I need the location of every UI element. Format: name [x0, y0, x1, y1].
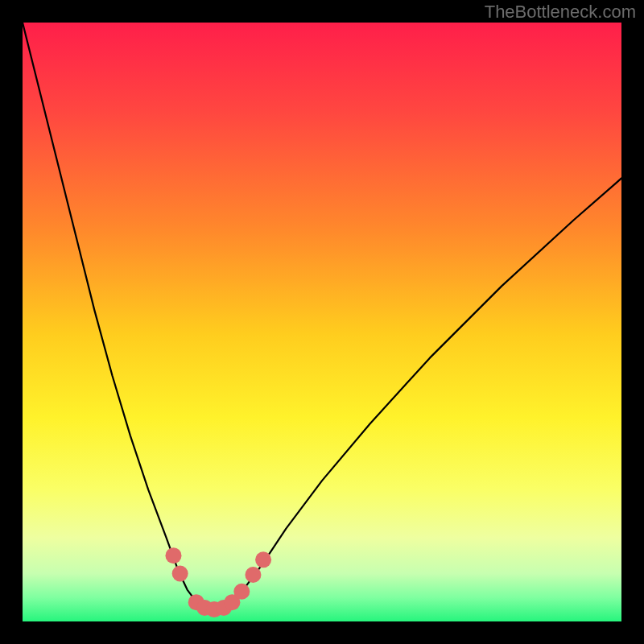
highlight-dot: [233, 584, 250, 600]
highlight-dot: [165, 547, 181, 564]
watermark-text: TheBottleneck.com: [485, 2, 636, 23]
outer-frame: TheBottleneck.com: [0, 0, 644, 644]
highlight-dot: [255, 551, 271, 568]
chart-background: [23, 23, 621, 621]
chart-svg: [23, 23, 621, 621]
chart-plot-area: [23, 23, 621, 621]
highlight-dot: [245, 567, 261, 583]
highlight-dot: [172, 565, 188, 581]
